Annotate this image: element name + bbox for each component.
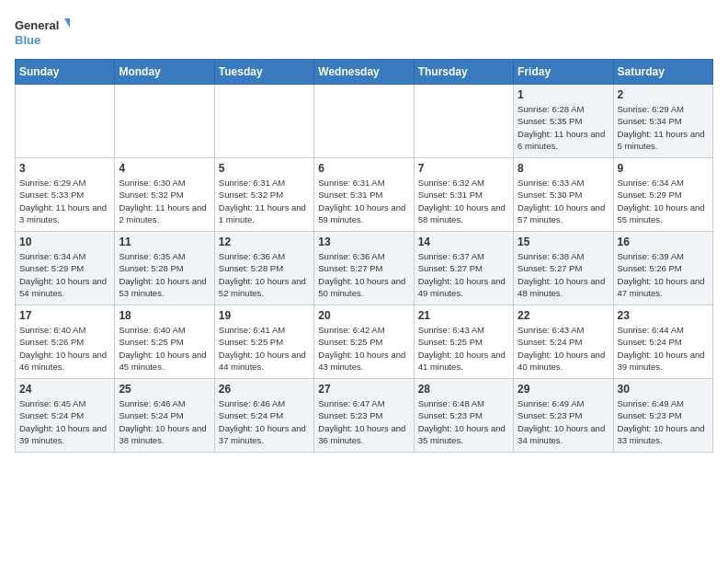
calendar-cell: 3Sunrise: 6:29 AM Sunset: 5:33 PM Daylig… — [16, 158, 115, 232]
calendar-cell: 10Sunrise: 6:34 AM Sunset: 5:29 PM Dayli… — [16, 232, 115, 305]
calendar-cell: 23Sunrise: 6:44 AM Sunset: 5:24 PM Dayli… — [613, 305, 712, 379]
weekday-header: Friday — [514, 60, 613, 85]
day-info: Sunrise: 6:32 AM Sunset: 5:31 PM Dayligh… — [418, 177, 509, 225]
day-info: Sunrise: 6:48 AM Sunset: 5:23 PM Dayligh… — [418, 397, 509, 446]
day-info: Sunrise: 6:43 AM Sunset: 5:25 PM Dayligh… — [418, 324, 509, 373]
day-info: Sunrise: 6:29 AM Sunset: 5:34 PM Dayligh… — [618, 103, 709, 152]
calendar-cell: 25Sunrise: 6:46 AM Sunset: 5:24 PM Dayli… — [115, 379, 214, 453]
day-number: 22 — [518, 309, 609, 322]
day-number: 19 — [219, 309, 310, 322]
calendar-cell: 29Sunrise: 6:49 AM Sunset: 5:23 PM Dayli… — [514, 379, 613, 453]
calendar-cell: 5Sunrise: 6:31 AM Sunset: 5:32 PM Daylig… — [214, 158, 313, 232]
calendar-cell: 28Sunrise: 6:48 AM Sunset: 5:23 PM Dayli… — [414, 379, 513, 453]
calendar-cell: 20Sunrise: 6:42 AM Sunset: 5:25 PM Dayli… — [314, 305, 414, 379]
day-info: Sunrise: 6:49 AM Sunset: 5:23 PM Dayligh… — [618, 397, 709, 446]
calendar-cell: 9Sunrise: 6:34 AM Sunset: 5:29 PM Daylig… — [613, 158, 712, 232]
day-number: 10 — [19, 236, 110, 248]
day-number: 30 — [618, 383, 709, 396]
day-number: 8 — [518, 162, 609, 175]
calendar-cell: 16Sunrise: 6:39 AM Sunset: 5:26 PM Dayli… — [613, 232, 712, 305]
calendar-cell: 13Sunrise: 6:36 AM Sunset: 5:27 PM Dayli… — [314, 232, 414, 305]
day-number: 4 — [119, 162, 210, 175]
calendar-cell: 30Sunrise: 6:49 AM Sunset: 5:23 PM Dayli… — [613, 379, 712, 453]
day-info: Sunrise: 6:46 AM Sunset: 5:24 PM Dayligh… — [219, 397, 310, 446]
calendar-cell: 21Sunrise: 6:43 AM Sunset: 5:25 PM Dayli… — [414, 305, 513, 379]
day-info: Sunrise: 6:31 AM Sunset: 5:31 PM Dayligh… — [318, 177, 409, 225]
logo-svg: General Blue — [15, 15, 70, 52]
day-info: Sunrise: 6:35 AM Sunset: 5:28 PM Dayligh… — [119, 250, 210, 299]
day-info: Sunrise: 6:49 AM Sunset: 5:23 PM Dayligh… — [518, 397, 609, 446]
calendar-cell: 15Sunrise: 6:38 AM Sunset: 5:27 PM Dayli… — [514, 232, 613, 305]
day-info: Sunrise: 6:29 AM Sunset: 5:33 PM Dayligh… — [19, 177, 110, 225]
calendar-cell: 18Sunrise: 6:40 AM Sunset: 5:25 PM Dayli… — [115, 305, 214, 379]
calendar-cell: 22Sunrise: 6:43 AM Sunset: 5:24 PM Dayli… — [514, 305, 613, 379]
calendar-cell: 4Sunrise: 6:30 AM Sunset: 5:32 PM Daylig… — [115, 158, 214, 232]
day-number: 1 — [518, 88, 609, 101]
day-number: 28 — [418, 383, 509, 396]
day-number: 26 — [219, 383, 310, 396]
svg-marker-2 — [64, 18, 70, 31]
day-number: 21 — [418, 309, 509, 322]
logo: General Blue — [15, 15, 70, 52]
day-number: 9 — [618, 162, 709, 175]
day-number: 23 — [618, 309, 709, 322]
day-info: Sunrise: 6:38 AM Sunset: 5:27 PM Dayligh… — [518, 250, 609, 299]
day-info: Sunrise: 6:28 AM Sunset: 5:35 PM Dayligh… — [518, 103, 609, 152]
day-info: Sunrise: 6:36 AM Sunset: 5:28 PM Dayligh… — [219, 250, 310, 299]
day-number: 20 — [318, 309, 409, 322]
calendar-cell: 26Sunrise: 6:46 AM Sunset: 5:24 PM Dayli… — [214, 379, 313, 453]
weekday-header: Monday — [115, 60, 214, 85]
day-number: 2 — [618, 88, 709, 101]
day-number: 29 — [518, 383, 609, 396]
day-number: 15 — [518, 236, 609, 248]
day-info: Sunrise: 6:47 AM Sunset: 5:23 PM Dayligh… — [318, 397, 409, 446]
day-info: Sunrise: 6:34 AM Sunset: 5:29 PM Dayligh… — [19, 250, 110, 299]
calendar-cell: 19Sunrise: 6:41 AM Sunset: 5:25 PM Dayli… — [214, 305, 313, 379]
weekday-header: Saturday — [613, 60, 712, 85]
day-info: Sunrise: 6:34 AM Sunset: 5:29 PM Dayligh… — [618, 177, 709, 225]
day-number: 17 — [19, 309, 110, 322]
day-info: Sunrise: 6:44 AM Sunset: 5:24 PM Dayligh… — [618, 324, 709, 373]
calendar-cell — [115, 85, 214, 158]
calendar-week-row: 17Sunrise: 6:40 AM Sunset: 5:26 PM Dayli… — [16, 305, 713, 379]
calendar-cell — [414, 85, 513, 158]
day-number: 24 — [19, 383, 110, 396]
calendar-week-row: 10Sunrise: 6:34 AM Sunset: 5:29 PM Dayli… — [16, 232, 713, 305]
calendar-cell: 6Sunrise: 6:31 AM Sunset: 5:31 PM Daylig… — [314, 158, 414, 232]
day-info: Sunrise: 6:46 AM Sunset: 5:24 PM Dayligh… — [119, 397, 210, 446]
weekday-header: Tuesday — [214, 60, 313, 85]
day-number: 18 — [119, 309, 210, 322]
day-info: Sunrise: 6:39 AM Sunset: 5:26 PM Dayligh… — [618, 250, 709, 299]
weekday-header-row: SundayMondayTuesdayWednesdayThursdayFrid… — [16, 60, 713, 85]
day-number: 5 — [219, 162, 310, 175]
day-info: Sunrise: 6:30 AM Sunset: 5:32 PM Dayligh… — [119, 177, 210, 225]
day-number: 13 — [318, 236, 409, 248]
day-number: 12 — [219, 236, 310, 248]
day-number: 14 — [418, 236, 509, 248]
calendar-cell: 12Sunrise: 6:36 AM Sunset: 5:28 PM Dayli… — [214, 232, 313, 305]
calendar-table: SundayMondayTuesdayWednesdayThursdayFrid… — [15, 59, 713, 453]
day-info: Sunrise: 6:40 AM Sunset: 5:26 PM Dayligh… — [19, 324, 110, 373]
calendar-week-row: 24Sunrise: 6:45 AM Sunset: 5:24 PM Dayli… — [16, 379, 713, 453]
calendar-week-row: 1Sunrise: 6:28 AM Sunset: 5:35 PM Daylig… — [16, 85, 713, 158]
day-number: 11 — [119, 236, 210, 248]
calendar-cell — [314, 85, 414, 158]
day-info: Sunrise: 6:42 AM Sunset: 5:25 PM Dayligh… — [318, 324, 409, 373]
day-number: 3 — [19, 162, 110, 175]
calendar-cell: 2Sunrise: 6:29 AM Sunset: 5:34 PM Daylig… — [613, 85, 712, 158]
day-info: Sunrise: 6:40 AM Sunset: 5:25 PM Dayligh… — [119, 324, 210, 373]
calendar-cell: 11Sunrise: 6:35 AM Sunset: 5:28 PM Dayli… — [115, 232, 214, 305]
day-info: Sunrise: 6:37 AM Sunset: 5:27 PM Dayligh… — [418, 250, 509, 299]
day-number: 7 — [418, 162, 509, 175]
calendar-cell: 17Sunrise: 6:40 AM Sunset: 5:26 PM Dayli… — [16, 305, 115, 379]
day-number: 27 — [318, 383, 409, 396]
day-info: Sunrise: 6:36 AM Sunset: 5:27 PM Dayligh… — [318, 250, 409, 299]
calendar-cell: 24Sunrise: 6:45 AM Sunset: 5:24 PM Dayli… — [16, 379, 115, 453]
day-info: Sunrise: 6:43 AM Sunset: 5:24 PM Dayligh… — [518, 324, 609, 373]
day-number: 25 — [119, 383, 210, 396]
calendar-cell: 1Sunrise: 6:28 AM Sunset: 5:35 PM Daylig… — [514, 85, 613, 158]
day-info: Sunrise: 6:45 AM Sunset: 5:24 PM Dayligh… — [19, 397, 110, 446]
calendar-cell — [214, 85, 313, 158]
page-header: General Blue — [15, 15, 713, 52]
calendar-cell — [16, 85, 115, 158]
